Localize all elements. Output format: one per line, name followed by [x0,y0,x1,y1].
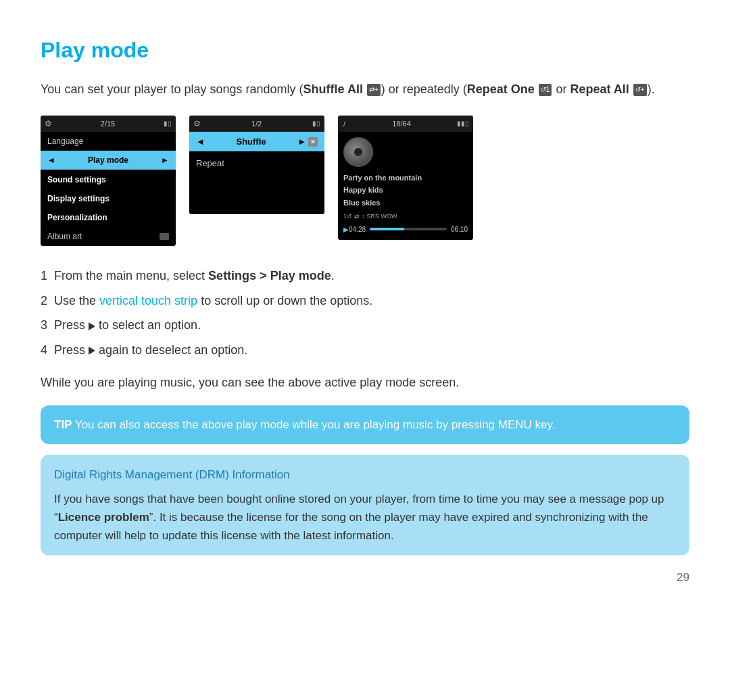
device-screen-2: ⚙ 1/2 ▮▯ ◄ Shuffle ► ✕ Repeat [189,116,324,214]
screen2-battery: ▮▯ [312,118,320,128]
menu-item-display: Display settings [41,189,176,208]
track-2: Happy kids [343,184,468,196]
device-screen-1: ⚙ 2/15 ▮▯ Language ◄ Play mode ► Sound s… [41,116,176,246]
x-icon: ✕ [308,137,318,147]
repeat-item: Repeat [189,151,324,174]
step-2-num: 2 [41,294,47,307]
screen1-battery: ▮▯ [164,118,172,128]
step-1: 1 From the main menu, select Settings > … [41,266,689,286]
devices-row: ⚙ 2/15 ▮▯ Language ◄ Play mode ► Sound s… [41,116,689,246]
step-4-num: 4 [41,343,47,357]
menu-item-personalization: Personalization [41,208,176,227]
tip-box: TIP You can also access the above play m… [41,405,689,445]
tip-text: You can also access the above play mode … [72,418,555,431]
while-text: While you are playing music, you can see… [41,374,689,392]
page-title: Play mode [41,34,689,66]
drm-box: Digital Rights Management (DRM) Informat… [41,455,689,555]
step-2: 2 Use the vertical touch strip to scroll… [41,291,689,311]
signal-icon: ↕ [362,212,365,222]
step-1-num: 1 [41,269,47,282]
step-3-num: 3 [41,318,47,332]
progress-bar [370,228,447,230]
np-counter: 18/64 [392,118,411,130]
album-art-label: Album art [47,230,82,243]
progress-row: ▶ 04:28 06:10 [343,224,468,234]
playmode-label: Play mode [88,154,128,166]
empty-item-2 [189,187,324,201]
menu-item-language: Language [41,132,176,151]
shuffle-status-icon: ⇄ [354,212,360,222]
total-time: 06:10 [451,224,468,234]
arrow-right-icon: ► [161,154,169,166]
srs-label: SRS WOW [367,212,397,222]
track-3: Blue skies [343,197,468,209]
screen1-counter: 2/15 [101,118,115,130]
arrow-left-icon: ◄ [47,154,55,166]
repeat-one-icon: 1↺ [343,212,352,222]
shuffle-label: Shuffle [236,135,266,149]
shuffle-item-selected: ◄ Shuffle ► ✕ [189,132,324,152]
album-art-toggle [160,233,169,240]
empty-item-1 [189,174,324,187]
menu-item-albumart: Album art [41,227,176,246]
menu-item-playmode: ◄ Play mode ► [41,151,176,170]
step-4: 4 Press again to deselect an option. [41,341,689,360]
intro-paragraph: You can set your player to play songs ra… [41,80,689,99]
steps-list: 1 From the main menu, select Settings > … [41,266,689,360]
music-note-icon: ♪ [342,118,346,130]
drm-title: Digital Rights Management (DRM) Informat… [54,466,676,484]
battery-bars: ▮▮▯ [457,118,469,128]
vertical-touch-strip-link: vertical touch strip [99,294,197,307]
step-3: 3 Press to select an option. [41,316,689,335]
tip-label: TIP [54,418,72,431]
drm-bold: Licence problem [58,511,149,524]
gear-icon-1: ⚙ [45,118,52,130]
empty-item-3 [189,201,324,214]
gear-icon-2: ⚙ [193,118,201,130]
status-icons: 1↺ ⇄ ↕ SRS WOW [343,212,468,222]
play-icon: ▶ [343,224,349,234]
screen2-counter: 1/2 [251,118,262,130]
progress-fill [370,228,404,230]
page-number: 29 [41,569,689,586]
album-art [343,137,373,167]
track-list: Party on the mountain Happy kids Blue sk… [343,172,468,209]
shuffle-arrow-left: ◄ [196,135,205,149]
shuffle-arrow-right: ► [297,135,306,149]
track-1: Party on the mountain [343,172,468,184]
menu-item-sound: Sound settings [41,170,176,189]
current-time: 04:28 [349,224,366,234]
device-screen-3: ♪ 18/64 ▮▮▯ Party on the mountain Happy … [338,116,473,240]
